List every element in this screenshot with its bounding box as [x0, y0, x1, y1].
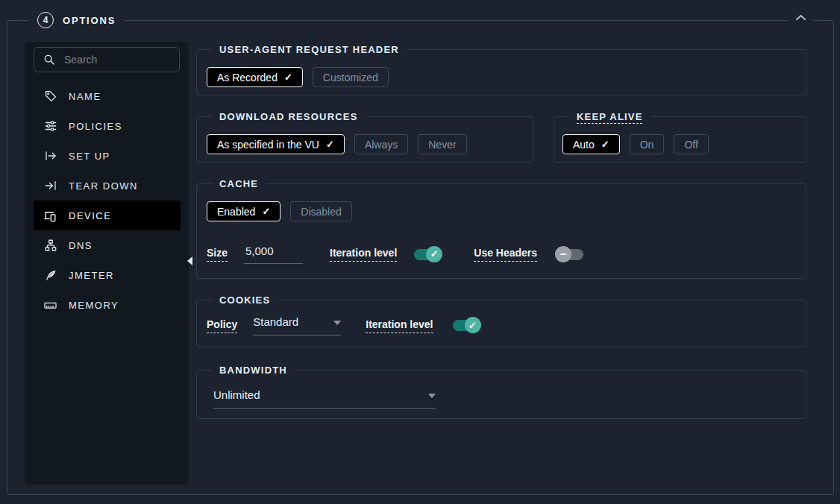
section-download-resources: DOWNLOAD RESOURCES As specified in the V… [196, 116, 533, 163]
teardown-arrow-icon [43, 179, 57, 193]
feather-icon [43, 268, 57, 283]
section-cache: CACHE Enabled ✓ Disabled Size Iteration … [196, 183, 806, 279]
user-agent-as-recorded-button[interactable]: As Recorded ✓ [207, 67, 303, 87]
sidebar-item-policies[interactable]: POLICIES [34, 111, 181, 141]
sidebar-nav: NAME POLICIES SET UP TEAR DOWN [25, 81, 189, 320]
search-input[interactable] [63, 53, 163, 66]
options-header: 4 OPTIONS [28, 12, 125, 28]
button-label: As Recorded [217, 72, 278, 84]
sidebar: NAME POLICIES SET UP TEAR DOWN [25, 42, 189, 485]
sidebar-collapse-handle[interactable] [187, 256, 192, 265]
keep-alive-auto-button[interactable]: Auto ✓ [562, 134, 620, 154]
keep-alive-button-group: Auto ✓ On Off [562, 134, 709, 154]
keep-alive-on-button[interactable]: On [630, 134, 665, 154]
user-agent-customized-button[interactable]: Customized [313, 67, 389, 87]
tag-icon [43, 89, 57, 104]
cache-enabled-button[interactable]: Enabled ✓ [207, 201, 280, 221]
toggle-check-icon: ✓ [465, 317, 481, 333]
bandwidth-controls-row: Unlimited [213, 388, 436, 409]
cache-use-headers-toggle[interactable]: − [556, 249, 583, 260]
search-box[interactable] [34, 47, 180, 72]
setup-arrow-icon [43, 149, 57, 163]
cookies-controls-row: Policy Standard Iteration level ✓ [207, 315, 480, 336]
button-label: Never [428, 139, 456, 151]
search-icon [43, 54, 55, 66]
sidebar-item-set-up[interactable]: SET UP [34, 141, 181, 171]
sidebar-item-label: DEVICE [69, 210, 111, 221]
section-legend: BANDWIDTH [211, 363, 295, 378]
cache-size-input[interactable] [244, 245, 303, 264]
panel-title: OPTIONS [63, 15, 116, 26]
button-label: Enabled [217, 206, 255, 218]
dropdown-arrow-icon [333, 321, 341, 325]
cache-iteration-level-toggle[interactable]: ✓ [414, 249, 442, 260]
section-legend: DOWNLOAD RESOURCES [211, 110, 366, 125]
download-as-specified-button[interactable]: As specified in the VU ✓ [207, 134, 345, 154]
sidebar-item-device[interactable]: DEVICE [34, 201, 181, 230]
keep-alive-off-button[interactable]: Off [674, 134, 708, 154]
sidebar-item-label: JMETER [69, 270, 114, 281]
button-label: Disabled [301, 206, 341, 218]
dropdown-arrow-icon [428, 394, 436, 398]
memory-ruler-icon [43, 298, 57, 312]
cookie-policy-value: Standard [253, 315, 298, 328]
download-never-button[interactable]: Never [418, 134, 466, 154]
cache-size-label: Size [207, 247, 228, 262]
cache-disabled-button[interactable]: Disabled [290, 201, 351, 221]
cache-use-headers-label: Use Headers [474, 247, 537, 262]
sidebar-item-label: SET UP [69, 151, 110, 162]
check-icon: ✓ [601, 139, 609, 150]
section-user-agent: USER-AGENT REQUEST HEADER As Recorded ✓ … [196, 49, 806, 95]
cache-controls-row: Size Iteration level ✓ Use Headers − [207, 245, 583, 264]
button-label: On [640, 139, 654, 151]
section-keep-alive: KEEP ALIVE Auto ✓ On Off [554, 116, 806, 163]
section-legend: COOKIES [211, 293, 278, 308]
sliders-icon [43, 119, 57, 133]
cache-button-group: Enabled ✓ Disabled [207, 201, 352, 221]
cookies-iteration-level-label: Iteration level [366, 318, 433, 333]
sidebar-item-dns[interactable]: DNS [34, 230, 181, 260]
sidebar-item-name[interactable]: NAME [34, 81, 181, 111]
devices-icon [43, 209, 57, 223]
sidebar-item-label: DNS [69, 240, 93, 251]
cookie-policy-label: Policy [207, 318, 237, 333]
sidebar-item-label: POLICIES [69, 121, 122, 132]
button-label: Off [684, 139, 698, 151]
check-icon: ✓ [262, 206, 270, 217]
section-legend: USER-AGENT REQUEST HEADER [211, 42, 407, 57]
section-bandwidth: BANDWIDTH Unlimited [196, 370, 806, 419]
bandwidth-value: Unlimited [213, 388, 260, 401]
cache-iteration-level-label: Iteration level [330, 247, 397, 262]
sidebar-item-jmeter[interactable]: JMETER [34, 260, 181, 290]
section-legend: CACHE [211, 177, 266, 192]
sidebar-item-memory[interactable]: MEMORY [34, 290, 181, 320]
cookies-iteration-level-toggle[interactable]: ✓ [453, 320, 480, 331]
sidebar-item-label: TEAR DOWN [69, 180, 138, 192]
options-panel: 4 OPTIONS NAME POL [0, 0, 840, 504]
check-icon: ✓ [326, 139, 334, 150]
bandwidth-select[interactable]: Unlimited [213, 388, 436, 409]
chevron-up-icon [795, 14, 806, 21]
button-label: As specified in the VU [217, 139, 319, 151]
button-label: Auto [573, 139, 595, 151]
section-cookies: COOKIES Policy Standard Iteration level … [196, 300, 806, 347]
step-number-badge: 4 [37, 12, 54, 28]
cookie-policy-select[interactable]: Standard [253, 315, 341, 336]
button-label: Customized [323, 72, 378, 84]
sidebar-item-tear-down[interactable]: TEAR DOWN [34, 171, 181, 201]
network-icon [43, 239, 57, 253]
sidebar-item-label: NAME [69, 91, 101, 102]
toggle-check-icon: ✓ [426, 246, 442, 262]
collapse-panel-button[interactable] [788, 14, 814, 21]
user-agent-button-group: As Recorded ✓ Customized [207, 67, 389, 87]
check-icon: ✓ [284, 72, 292, 83]
download-always-button[interactable]: Always [354, 134, 408, 154]
toggle-minus-icon: − [555, 246, 571, 262]
sidebar-item-label: MEMORY [69, 300, 119, 311]
section-legend: KEEP ALIVE [568, 110, 651, 125]
download-resources-button-group: As specified in the VU ✓ Always Never [207, 134, 467, 154]
button-label: Always [365, 139, 398, 151]
